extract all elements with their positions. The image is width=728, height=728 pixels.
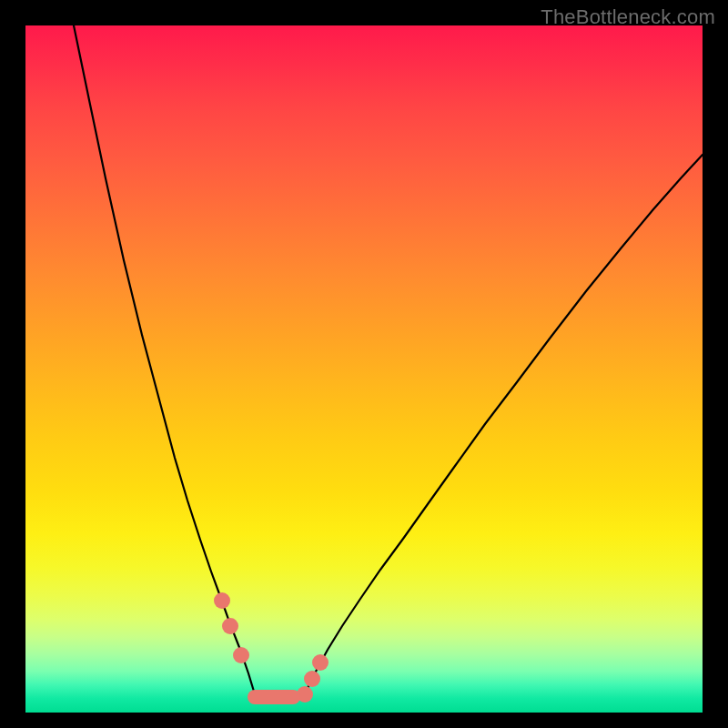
left-lower-dot [233, 647, 249, 663]
left-upper-dot [214, 592, 230, 609]
plot-area [25, 25, 703, 713]
curve-layer [25, 25, 703, 713]
right-mid-dot [304, 671, 320, 687]
left-mid-dot [222, 618, 238, 634]
chart-frame: TheBottleneck.com [0, 0, 728, 728]
right-curve [304, 155, 703, 697]
bottom-pill [248, 690, 300, 704]
curve-markers [214, 592, 329, 703]
left-curve [74, 25, 255, 694]
right-upper-dot [312, 654, 329, 671]
